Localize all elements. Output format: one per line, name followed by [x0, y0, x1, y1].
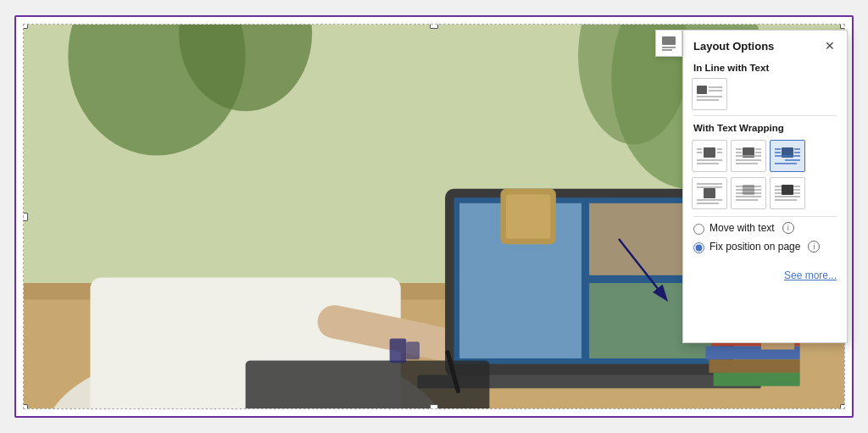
svg-rect-19 — [709, 359, 799, 373]
layout-options-panel: Layout Options ✕ In Line with Text With … — [682, 30, 848, 343]
svg-rect-23 — [390, 338, 407, 363]
handle-top-left[interactable] — [23, 24, 28, 29]
handle-bottom-right[interactable] — [840, 404, 845, 409]
wrap-square-icon[interactable] — [692, 140, 727, 172]
move-with-text-label: Move with text — [709, 222, 775, 236]
wrap-tight-svg — [734, 144, 763, 168]
position-options-section: Move with text i Fix position on page i — [683, 217, 847, 262]
wrap-through-icon[interactable] — [770, 140, 805, 172]
handle-top-right[interactable] — [840, 24, 845, 29]
layout-tab-icon — [660, 35, 677, 52]
word-document-area: Layout Options ✕ In Line with Text With … — [14, 15, 854, 418]
svg-rect-76 — [782, 185, 793, 195]
fix-position-label: Fix position on page — [709, 241, 800, 254]
wrap-through-svg — [773, 144, 802, 168]
section-divider — [693, 115, 837, 116]
handle-top-center[interactable] — [430, 24, 438, 29]
fix-position-info-icon[interactable]: i — [808, 241, 820, 253]
arrow-svg — [610, 230, 678, 315]
svg-rect-32 — [697, 86, 707, 94]
inline-icons-row — [683, 76, 847, 115]
svg-rect-28 — [662, 36, 676, 45]
wrap-infront-svg — [773, 181, 802, 205]
see-more-link[interactable]: See more... — [784, 269, 837, 281]
handle-bottom-left[interactable] — [23, 404, 28, 409]
wrap-tight-icon[interactable] — [731, 140, 766, 172]
svg-line-31 — [619, 239, 665, 298]
wrap-in-front-icon[interactable] — [770, 177, 805, 209]
svg-rect-60 — [704, 188, 715, 198]
handle-bottom-center[interactable] — [430, 404, 438, 409]
move-with-text-info-icon[interactable]: i — [782, 222, 794, 234]
inline-text-icon[interactable] — [692, 78, 727, 110]
svg-rect-37 — [704, 147, 715, 158]
wrap-top-bottom-icon[interactable] — [692, 177, 727, 209]
arrow-annotation — [610, 230, 678, 319]
inline-section-label: In Line with Text — [683, 59, 847, 76]
wrap-behind-text-icon[interactable] — [731, 177, 766, 209]
see-more-section: See more... — [683, 262, 847, 289]
svg-rect-24 — [406, 341, 420, 359]
svg-rect-70 — [743, 185, 754, 195]
svg-rect-27 — [506, 194, 550, 238]
fix-position-option: Fix position on page i — [693, 241, 837, 254]
panel-header: Layout Options ✕ — [683, 31, 847, 59]
wrap-behind-svg — [734, 181, 763, 205]
svg-rect-20 — [714, 373, 800, 386]
move-with-text-radio[interactable] — [693, 224, 704, 235]
layout-icon-tab[interactable] — [655, 30, 682, 57]
wrap-top-bottom-svg — [695, 181, 724, 205]
wrap-square-svg — [695, 144, 724, 168]
handle-mid-left[interactable] — [23, 213, 28, 221]
panel-title: Layout Options — [693, 40, 774, 53]
wrapping-icons-grid — [683, 136, 847, 177]
wrapping-icons-row2 — [683, 177, 847, 214]
move-with-text-option: Move with text i — [693, 222, 837, 236]
inline-icon-svg — [695, 82, 724, 106]
fix-position-radio[interactable] — [693, 242, 704, 253]
close-button[interactable]: ✕ — [821, 37, 838, 54]
wrapping-section-label: With Text Wrapping — [683, 119, 847, 136]
